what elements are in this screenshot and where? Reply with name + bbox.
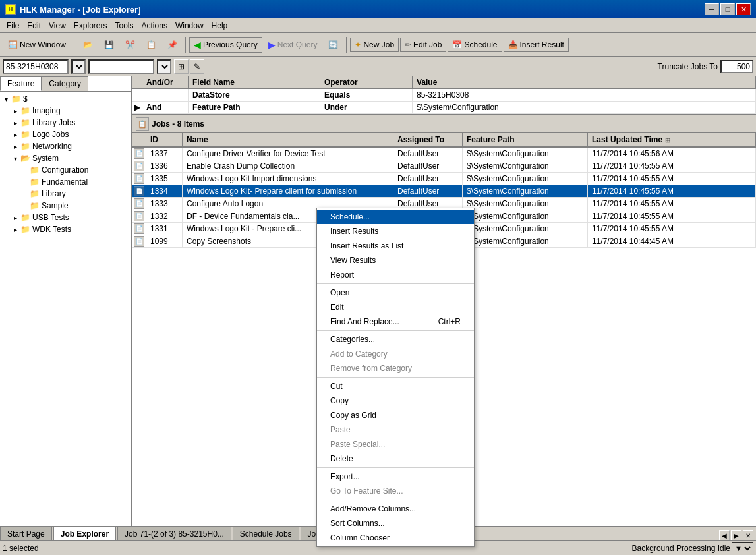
table-row[interactable]: 📄 1334 Windows Logo Kit- Prepare client … [132,185,756,198]
addr-icon-2[interactable]: ✎ [190,59,204,74]
tab-start-page[interactable]: Start Page [0,527,52,540]
query-header-marker [132,76,142,88]
tree-row-library-jobs[interactable]: ▸ 📁 Library Jobs [9,117,131,129]
tab-job-71[interactable]: Job 71-(2 of 3) 85-3215H0... [117,527,231,540]
next-query-button[interactable]: ▶ Next Query [264,37,322,53]
new-job-button[interactable]: ✦ New Job [350,38,399,52]
ctx-copy[interactable]: Copy [317,394,474,408]
expand-imaging[interactable]: ▸ [11,106,20,115]
tab-category[interactable]: Category [42,76,88,91]
jobs-col-updated[interactable]: Last Updated Time ⊞ [588,133,756,146]
ctx-sort-columns[interactable]: Sort Columns... [317,516,474,531]
row-icon-1336: 📄 [132,160,146,172]
close-button[interactable]: ✕ [736,3,751,15]
edit-job-button[interactable]: ✏ Edit Job [400,38,446,52]
ctx-find-replace-shortcut: Ctrl+R [438,317,461,326]
ctx-find-replace[interactable]: Find And Replace... Ctrl+R [317,314,474,329]
ctx-column-chooser[interactable]: Column Chooser [317,531,474,545]
insert-result-button[interactable]: 📥 Insert Result [504,38,569,52]
ctx-open[interactable]: Open [317,285,474,300]
tree-row-networking[interactable]: ▸ 📁 Networking [9,140,131,152]
expand-usb-tests[interactable]: ▸ [11,213,20,222]
tree-row-system[interactable]: ▾ 📂 System [9,152,131,164]
tree-row-logo-jobs[interactable]: ▸ 📁 Logo Jobs [9,129,131,140]
menu-tools[interactable]: Tools [111,20,138,32]
ctx-copy-grid[interactable]: Copy as Grid [317,408,474,423]
schedule-button[interactable]: 📅 Schedule [448,38,502,52]
open-file-button[interactable]: 📂 [78,37,98,53]
tree-row-configuration[interactable]: 📁 Configuration [18,164,131,176]
query-row-1-operator: Equals [320,89,413,101]
refresh-button[interactable]: 🔄 [323,37,343,53]
tree-row-library[interactable]: 📁 Library [18,188,131,200]
expand-wdk-tests[interactable]: ▸ [11,225,20,234]
tree-row-imaging[interactable]: ▸ 📁 Imaging [9,105,131,117]
jobs-col-id[interactable]: ID [146,133,183,146]
jobs-header: 📋 Jobs - 8 Items [132,115,756,133]
paste-button[interactable]: 📌 [162,37,182,53]
jobs-col-name[interactable]: Name [183,133,393,146]
jobs-col-assigned[interactable]: Assigned To [393,133,463,146]
address-dropdown-2[interactable]: ▼ [157,59,171,74]
menu-actions[interactable]: Actions [138,20,171,32]
menu-edit[interactable]: Edit [23,20,45,32]
cell-updated-1337: 11/7/2014 10:45:56 AM [588,148,756,160]
tab-job-explorer[interactable]: Job Explorer [53,527,116,540]
query-row-2[interactable]: ▶ And Feature Path Under $\System\Config… [132,102,756,114]
table-row[interactable]: 📄 1335 Windows Logo Kit Import dimension… [132,173,756,185]
cell-updated-1335: 11/7/2014 10:45:55 AM [588,173,756,185]
tree-row-usb-tests[interactable]: ▸ 📁 USB Tests [9,212,131,223]
copy-button[interactable]: 📋 [141,37,161,53]
tree-row-fundamental[interactable]: 📁 Fundamental [18,176,131,188]
ctx-delete[interactable]: Delete [317,452,474,466]
cut-button[interactable]: ✂️ [120,37,140,53]
ctx-paste: Paste [317,423,474,437]
address-dropdown-1[interactable]: ▼ [71,59,86,74]
expand-system[interactable]: ▾ [11,154,20,163]
jobs-col-feature[interactable]: Feature Path [463,133,588,146]
address-input-2[interactable] [88,59,154,74]
expand-library-jobs[interactable]: ▸ [11,118,20,127]
ctx-report[interactable]: Report [317,268,474,282]
tab-schedule-jobs[interactable]: Schedule Jobs [233,527,299,540]
address-input-1[interactable] [3,59,69,74]
query-row-1[interactable]: DataStore Equals 85-3215H0308 [132,89,756,102]
ctx-insert-results[interactable]: Insert Results [317,224,474,239]
new-window-button[interactable]: 🪟 New Window [3,37,71,53]
previous-query-button[interactable]: ◀ Previous Query [189,37,262,53]
table-row[interactable]: 📄 1336 Enable Crash Dump Collection Defa… [132,160,756,173]
save-button[interactable]: 💾 [99,37,119,53]
status-processing-dropdown[interactable]: ▼ [732,542,753,554]
menu-explorers[interactable]: Explorers [70,20,111,32]
menu-help[interactable]: Help [208,20,232,32]
ctx-export[interactable]: Export... [317,469,474,484]
row-status-icon-1332: 📄 [134,211,144,221]
tab-nav-right[interactable]: ▶ [731,530,741,540]
ctx-schedule[interactable]: Schedule... [317,210,474,224]
expand-networking[interactable]: ▸ [11,142,20,151]
ctx-add-remove-columns[interactable]: Add/Remove Columns... [317,502,474,516]
tab-nav-left[interactable]: ◀ [719,530,730,540]
ctx-edit[interactable]: Edit [317,300,474,314]
tab-nav-close[interactable]: ✕ [743,530,753,540]
truncate-input[interactable] [720,60,753,73]
menu-window[interactable]: Window [171,20,208,32]
menu-view[interactable]: View [45,20,70,32]
minimize-button[interactable]: ─ [705,3,719,15]
ctx-cut[interactable]: Cut [317,379,474,394]
restore-button[interactable]: □ [720,3,735,15]
ctx-view-results[interactable]: View Results [317,253,474,268]
expand-dollar[interactable]: ▾ [1,94,11,103]
addr-icon-1[interactable]: ⊞ [174,59,189,74]
tree-row-wdk-tests[interactable]: ▸ 📁 WDK Tests [9,223,131,235]
tree-row-dollar[interactable]: ▾ 📁 $ [0,93,131,105]
tree-node-root: ▾ 📁 $ ▸ 📁 Imaging ▸ 📁 Library Jobs [0,92,131,237]
expand-logo-jobs[interactable]: ▸ [11,130,20,139]
title-bar: H HLK Manager - [Job Explorer] ─ □ ✕ [0,0,756,18]
ctx-insert-results-list[interactable]: Insert Results as List [317,239,474,253]
table-row[interactable]: 📄 1337 Configure Driver Verifier for Dev… [132,148,756,160]
menu-file[interactable]: File [3,20,23,32]
tree-row-sample[interactable]: 📁 Sample [18,200,131,212]
tab-feature[interactable]: Feature [0,76,42,91]
ctx-categories[interactable]: Categories... [317,332,474,347]
